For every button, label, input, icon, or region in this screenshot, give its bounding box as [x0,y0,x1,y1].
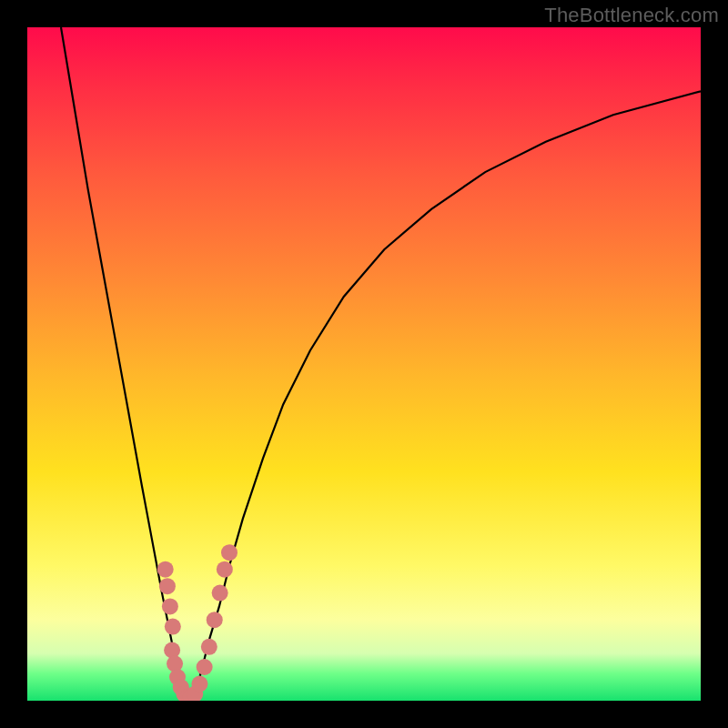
data-marker [159,578,176,594]
plot-area [27,27,701,701]
chart-frame: TheBottleneck.com [0,0,728,728]
data-marker [201,639,217,655]
data-marker [191,676,207,693]
chart-svg [27,27,701,701]
data-marker [197,659,213,675]
data-marker [212,585,228,602]
data-marker [157,561,174,578]
curve-right [192,91,701,701]
data-marker [167,655,183,672]
data-marker [207,612,223,628]
data-marker [217,561,233,578]
data-marker [165,619,181,635]
data-marker [162,598,178,614]
curve-right-group [192,91,701,701]
watermark-text: TheBottleneck.com [544,4,719,27]
data-marker [221,544,238,561]
marker-group [157,544,238,701]
data-marker [164,642,180,659]
